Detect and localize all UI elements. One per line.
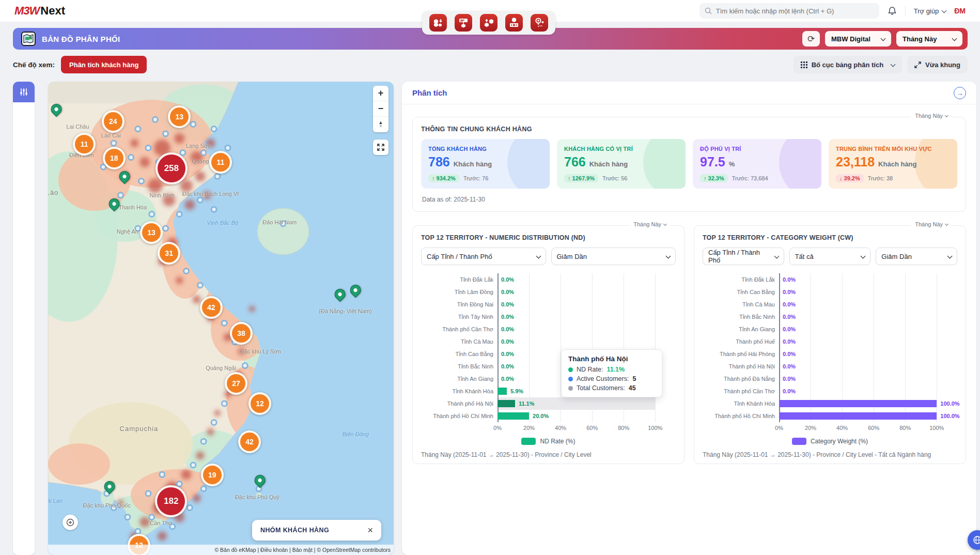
map-fullscreen-button[interactable] — [373, 140, 388, 155]
route-map-icon[interactable] — [531, 14, 548, 32]
tooltip-dot-icon — [568, 367, 573, 372]
chart-filter-select[interactable]: Giảm Dần — [551, 248, 676, 265]
map-add-button[interactable] — [63, 515, 78, 530]
kpi-change-badge: ↑ 32.3% — [700, 174, 728, 182]
zoom-out-button[interactable]: − — [373, 101, 388, 117]
chart-filter-select[interactable]: Cấp Tỉnh / Thành Phố — [421, 248, 546, 265]
map-pin-icon[interactable] — [106, 196, 122, 212]
gridline — [561, 273, 561, 286]
map-cluster-marker[interactable]: 12 — [248, 392, 271, 415]
product-cash-icon[interactable] — [505, 14, 523, 32]
tooltip-row: ND Rate: 11.1% — [568, 366, 655, 373]
gridline — [811, 385, 811, 397]
map-cluster-marker[interactable]: 258 — [155, 152, 188, 184]
map-cluster-marker[interactable]: 13 — [168, 105, 191, 128]
map-attribution[interactable]: © Bản đồ eKMap | Điều khoản | Bảo mật | … — [48, 545, 394, 555]
gridline — [592, 298, 593, 311]
map-cluster-marker[interactable]: 24 — [102, 110, 125, 133]
map-pin-icon[interactable] — [332, 287, 348, 302]
kpi-value: 23,118 — [836, 155, 875, 169]
fullscreen-icon — [377, 143, 385, 151]
map-cluster-marker[interactable]: 38 — [230, 322, 253, 345]
bar[interactable] — [497, 412, 529, 420]
bar[interactable] — [497, 388, 507, 395]
map-filters-button[interactable] — [13, 82, 35, 102]
sales-board-icon[interactable] — [455, 14, 472, 32]
sliders-icon — [20, 88, 28, 96]
legend-label: Category Weight (%) — [811, 438, 868, 445]
map-cluster-marker[interactable]: 11 — [209, 151, 232, 174]
compass-button[interactable]: ▲▼ — [373, 117, 388, 132]
map-pin-icon[interactable] — [49, 102, 64, 117]
user-avatar[interactable]: ĐM — [954, 7, 966, 15]
bar-row: Tỉnh Tây Ninh0.0% — [421, 311, 676, 323]
refresh-button[interactable]: ⟳ — [802, 31, 820, 47]
kpi-foot: ↑ 934.2%Trước: 76 — [428, 174, 542, 182]
bar-value-label: 0.0% — [501, 376, 514, 382]
help-menu[interactable]: Trợ giúp — [914, 7, 946, 15]
period-select[interactable]: Tháng Này — [896, 31, 962, 47]
bar[interactable] — [779, 412, 937, 420]
map-cluster-marker[interactable]: 42 — [238, 430, 261, 453]
goods-inbound-icon[interactable] — [429, 14, 447, 32]
bar[interactable] — [497, 400, 515, 407]
map-cluster-marker[interactable]: 11 — [73, 133, 96, 156]
bar[interactable] — [779, 400, 937, 407]
map-cluster-marker[interactable]: 31 — [158, 242, 180, 265]
bar-plot: 0.0% — [779, 286, 957, 298]
gridline — [779, 373, 780, 385]
chart-filter-select[interactable]: Giảm Dần — [876, 248, 957, 265]
customer-group-bar[interactable]: NHÓM KHÁCH HÀNG × — [252, 520, 381, 541]
kpi-label: ĐỘ PHỦ VỊ TRÍ — [700, 146, 814, 152]
gridline — [905, 385, 906, 397]
kpi-foot: ↓ 39.2%Trước: 38 — [836, 174, 950, 182]
fit-frame-button[interactable]: Vừa khung — [907, 56, 968, 73]
org-select[interactable]: MBW Digital — [825, 31, 891, 47]
map-pin-icon[interactable] — [252, 473, 268, 488]
gridline — [779, 286, 780, 298]
map-cluster-marker[interactable]: 19 — [201, 464, 224, 486]
zoom-in-button[interactable]: + — [373, 86, 388, 101]
gridline — [561, 286, 561, 298]
map-place-label: Đặc khu Bạch Long Vĩ — [182, 191, 239, 197]
map-cluster-marker[interactable]: 42 — [200, 296, 223, 319]
map-pin-icon[interactable] — [117, 169, 132, 184]
chart-period-select[interactable]: Tháng Này — [911, 221, 952, 227]
map-cluster-marker[interactable]: 13 — [140, 221, 163, 244]
map-cluster-marker[interactable]: 182 — [155, 485, 187, 517]
bar-category-label: Thành phố Đà Nẵng — [703, 376, 779, 382]
gridline — [842, 348, 843, 360]
search-input[interactable] — [716, 7, 874, 15]
distribution-map[interactable]: Lai ChâuLào CaiĐiện BiênLạng SơnQuảng Ni… — [48, 82, 394, 555]
global-search[interactable] — [699, 3, 879, 19]
chart-filter-select[interactable]: Cấp Tỉnh / Thành Phố — [703, 248, 784, 265]
chart-axis: 0%20%40%60%80%100% — [779, 422, 957, 434]
layout-select[interactable]: Bố cục bảng phân tích — [794, 56, 902, 73]
tooltip-row: Active Customers: 5 — [568, 375, 655, 382]
chart-period-select[interactable]: Tháng Này — [629, 221, 671, 227]
chevron-down-icon — [861, 253, 866, 258]
bell-icon[interactable] — [888, 6, 897, 16]
gridline — [905, 373, 906, 385]
summary-period-select[interactable]: Tháng Này — [911, 113, 952, 119]
map-pin-icon[interactable] — [102, 479, 117, 495]
goods-outbound-icon[interactable] — [480, 14, 497, 32]
map-place-label: Thanh Hóa — [119, 204, 147, 210]
customer-analysis-mode-button[interactable]: Phân tích khách hàng — [61, 56, 147, 73]
chevron-down-icon — [952, 36, 957, 41]
map-cluster-marker[interactable]: 27 — [225, 372, 247, 395]
close-icon[interactable]: × — [367, 526, 373, 535]
chart-axis: 0%20%40%60%80%100% — [497, 422, 676, 434]
collapse-panel-button[interactable]: → — [954, 87, 966, 99]
gridline — [905, 335, 906, 348]
customer-group-title: NHÓM KHÁCH HÀNG — [260, 527, 329, 534]
map-pin-icon[interactable] — [348, 283, 363, 298]
chart-filter-select[interactable]: Tất cả — [789, 248, 871, 265]
map-cluster-marker[interactable]: 18 — [103, 147, 126, 169]
gridline — [497, 298, 499, 311]
chart-title: TOP 12 TERRITORY - NUMERIC DISTRIBUTION … — [421, 234, 676, 241]
gridline — [655, 323, 656, 335]
gridline — [497, 335, 499, 348]
bar-value-label: 100.0% — [940, 413, 959, 419]
chevron-down-icon — [774, 253, 779, 258]
